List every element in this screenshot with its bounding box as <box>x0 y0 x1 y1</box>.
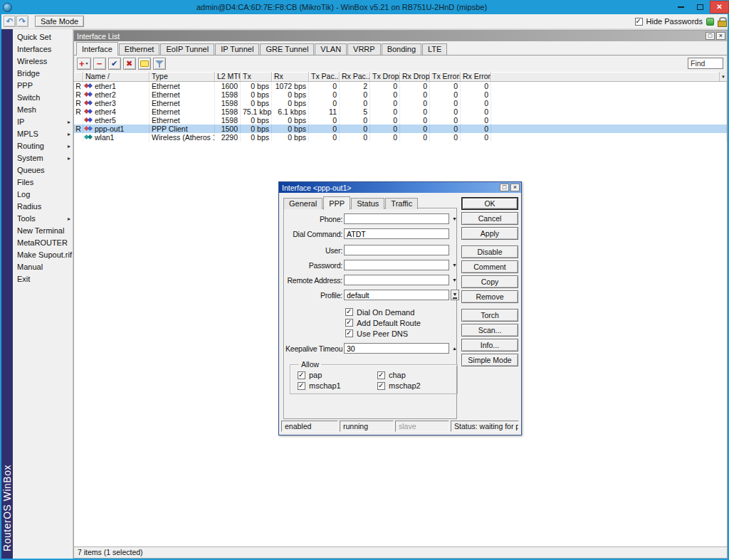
mschap1-checkbox[interactable] <box>298 382 305 390</box>
tab-interface[interactable]: Interface <box>76 42 118 56</box>
tab-status[interactable]: Status <box>351 198 384 209</box>
column-header-rx-packet[interactable]: Rx Pac... <box>340 72 370 81</box>
use-peer-dns-checkbox[interactable] <box>345 329 353 337</box>
column-header-flag[interactable] <box>74 72 83 81</box>
profile-select[interactable] <box>344 290 449 300</box>
dialog-maximize-button[interactable]: □ <box>500 184 509 191</box>
add-interface-button[interactable]: +▼ <box>77 58 91 70</box>
add-default-route-checkbox[interactable] <box>345 319 353 327</box>
sidebar-item-new-terminal[interactable]: New Terminal <box>13 225 73 237</box>
table-row-wlan1[interactable]: wlan1 Wireless (Atheros 11N) 2290 0 bps … <box>74 133 727 142</box>
sidebar-item-interfaces[interactable]: Interfaces <box>13 43 73 56</box>
simple-mode-button[interactable]: Simple Mode <box>461 354 518 366</box>
column-chooser-button[interactable]: ▼ <box>719 72 727 81</box>
profile-combo-button[interactable]: ▼ <box>451 290 459 300</box>
dial-on-demand-checkbox[interactable] <box>345 308 353 316</box>
sidebar-item-switch[interactable]: Switch <box>13 92 73 104</box>
apply-button[interactable]: Apply <box>461 227 518 240</box>
tab-lte[interactable]: LTE <box>422 43 447 55</box>
sidebar-item-bridge[interactable]: Bridge <box>13 68 73 80</box>
comment-button[interactable] <box>138 58 151 70</box>
minimize-button[interactable] <box>671 1 691 14</box>
dialog-close-button[interactable]: × <box>510 184 520 191</box>
cancel-button[interactable]: Cancel <box>461 212 518 225</box>
close-button[interactable]: ✕ <box>710 1 729 14</box>
column-header-tx[interactable]: Tx <box>241 72 272 81</box>
torch-button[interactable]: Torch <box>461 309 518 322</box>
password-input[interactable] <box>344 260 449 270</box>
sidebar-item-mesh[interactable]: Mesh <box>13 104 73 116</box>
column-header-rx-errors[interactable]: Rx Errors <box>461 72 491 81</box>
column-header-tx-packet[interactable]: Tx Pac... <box>309 72 340 81</box>
dialog-titlebar[interactable]: Interface <ppp-out1> □ × <box>279 182 521 193</box>
dial-command-input[interactable] <box>344 228 449 239</box>
table-row-ether2[interactable]: R ether2 Ethernet 1598 0 bps 0 bps 0 0 0… <box>74 90 727 99</box>
sidebar-item-routing[interactable]: Routing▸ <box>13 140 73 152</box>
safe-mode-button[interactable]: Safe Mode <box>35 16 84 27</box>
tab-traffic[interactable]: Traffic <box>385 198 418 209</box>
info-button[interactable]: Info... <box>461 339 518 352</box>
tab-ppp[interactable]: PPP <box>323 196 350 210</box>
sidebar-item-queues[interactable]: Queues <box>13 164 73 176</box>
user-input[interactable] <box>344 245 449 255</box>
table-row-ether1[interactable]: R ether1 Ethernet 1600 0 bps 1072 bps 0 … <box>74 82 727 90</box>
ok-button[interactable]: OK <box>461 197 518 210</box>
nav-back-button[interactable]: ↶ <box>4 16 16 27</box>
sidebar-item-mpls[interactable]: MPLS▸ <box>13 128 73 140</box>
remove-interface-button[interactable]: − <box>93 58 106 70</box>
copy-button[interactable]: Copy <box>461 275 518 288</box>
table-row-ether5[interactable]: ether5 Ethernet 1598 0 bps 0 bps 0 0 0 0… <box>74 116 727 125</box>
password-dropdown-icon[interactable]: ▼ <box>451 263 458 268</box>
phone-input[interactable] <box>344 213 449 224</box>
sidebar-item-ip[interactable]: IP▸ <box>13 116 73 128</box>
column-header-rx[interactable]: Rx <box>272 72 309 81</box>
tab-ethernet[interactable]: Ethernet <box>119 43 160 55</box>
column-header-type[interactable]: Type <box>150 72 215 81</box>
remove-button[interactable]: Remove <box>461 290 518 303</box>
table-row-ether4[interactable]: R ether4 Ethernet 1598 75.1 kbps 6.1 kbp… <box>74 107 727 116</box>
sidebar-item-wireless[interactable]: Wireless <box>13 56 73 68</box>
tab-gre-tunnel[interactable]: GRE Tunnel <box>260 43 314 55</box>
remote-address-dropdown-icon[interactable]: ▼ <box>451 278 458 282</box>
keepalive-timeout-input[interactable] <box>344 343 449 354</box>
column-header-l2mtu[interactable]: L2 MTU <box>215 72 241 81</box>
enable-button[interactable]: ✔ <box>108 58 121 70</box>
sidebar-item-tools[interactable]: Tools▸ <box>13 213 73 225</box>
column-header-tx-drops[interactable]: Tx Drops <box>370 72 400 81</box>
scan-button[interactable]: Scan... <box>461 324 518 337</box>
interface-list-titlebar[interactable]: Interface List □ × <box>74 31 727 41</box>
tab-vlan[interactable]: VLAN <box>315 43 347 55</box>
phone-dropdown-icon[interactable]: ▼ <box>451 216 458 221</box>
sidebar-item-quick-set[interactable]: Quick Set <box>13 31 73 43</box>
table-row-ppp-out1-selected[interactable]: R ppp-out1 PPP Client 1500 0 bps 0 bps 0… <box>74 125 727 133</box>
mschap2-checkbox[interactable] <box>377 382 385 390</box>
maximize-button[interactable] <box>691 1 710 14</box>
tab-ip-tunnel[interactable]: IP Tunnel <box>215 43 259 55</box>
sidebar-item-system[interactable]: System▸ <box>13 152 73 164</box>
sidebar-item-exit[interactable]: Exit <box>13 273 73 285</box>
column-header-name[interactable]: Name/ <box>83 72 150 81</box>
chap-checkbox[interactable] <box>377 371 385 379</box>
sidebar-item-manual[interactable]: Manual <box>13 261 73 273</box>
column-header-rx-drops[interactable]: Rx Drops <box>400 72 430 81</box>
sidebar-item-ppp[interactable]: PPP <box>13 80 73 92</box>
pap-checkbox[interactable] <box>298 371 305 379</box>
window-close-button[interactable]: × <box>716 32 725 40</box>
sidebar-item-radius[interactable]: Radius <box>13 201 73 213</box>
disable-button[interactable]: ✖ <box>123 58 136 70</box>
sidebar-item-make-supout[interactable]: Make Supout.rif <box>13 249 73 261</box>
window-maximize-button[interactable]: □ <box>706 32 715 40</box>
hide-passwords-checkbox[interactable] <box>635 18 643 26</box>
find-input[interactable] <box>688 58 723 69</box>
tab-vrrp[interactable]: VRRP <box>347 43 381 55</box>
remote-address-input[interactable] <box>344 275 449 285</box>
comment-button[interactable]: Comment <box>461 260 518 273</box>
column-header-tx-errors[interactable]: Tx Errors <box>430 72 461 81</box>
tab-bonding[interactable]: Bonding <box>382 43 421 55</box>
sidebar-item-metarouter[interactable]: MetaROUTER <box>13 237 73 249</box>
tab-eoip-tunnel[interactable]: EoIP Tunnel <box>160 43 214 55</box>
tab-general[interactable]: General <box>283 198 322 209</box>
sidebar-item-files[interactable]: Files <box>13 176 73 189</box>
disable-button[interactable]: Disable <box>461 245 518 258</box>
titlebar[interactable]: admin@D4:CA:6D:7E:F8:CB (MikroTik) - Win… <box>0 0 729 14</box>
